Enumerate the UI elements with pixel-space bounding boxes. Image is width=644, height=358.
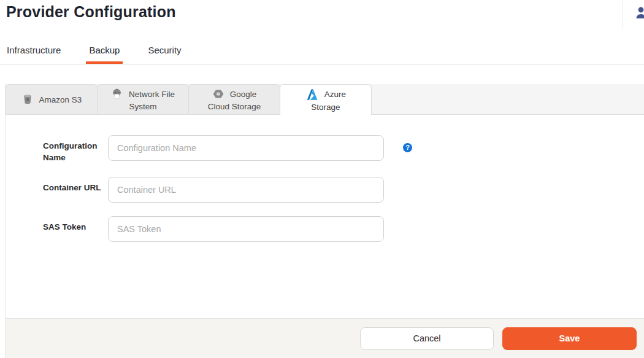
provider-tab-label: Amazon S3: [39, 95, 82, 104]
main-nav: Infrastructure Backup Security: [0, 41, 644, 64]
save-button[interactable]: Save: [502, 327, 637, 350]
globe-file-icon: [111, 88, 123, 100]
gcs-hexagon-icon: [212, 88, 224, 100]
provider-panel: Amazon S3 Network File System: [5, 84, 644, 358]
provider-tab-label-line2: System: [98, 102, 188, 111]
tab-amazon-s3[interactable]: Amazon S3: [6, 84, 98, 114]
provider-tab-label: Azure: [324, 90, 346, 99]
configuration-name-row: Configuration Name ?: [43, 135, 644, 163]
s3-bucket-icon: [21, 93, 34, 106]
help-icon[interactable]: ?: [403, 143, 412, 152]
container-url-input[interactable]: [108, 177, 384, 203]
sas-token-label: SAS Token: [43, 216, 102, 233]
provider-tab-label: Network File: [129, 90, 175, 99]
page-title: Provider Configuration: [6, 3, 176, 21]
person-icon: [634, 6, 644, 20]
user-menu[interactable]: [623, 0, 644, 29]
container-url-label: Container URL: [43, 177, 102, 193]
provider-tabs: Amazon S3 Network File System: [6, 84, 644, 115]
action-bar: Cancel Save: [6, 318, 644, 358]
tab-azure-storage[interactable]: Azure Storage: [280, 84, 372, 115]
provider-tab-label-line2: Storage: [280, 103, 371, 112]
header: Provider Configuration: [0, 0, 644, 29]
container-url-row: Container URL: [43, 177, 644, 203]
provider-form: Configuration Name ? Container URL SAS T…: [6, 115, 644, 318]
tab-infrastructure[interactable]: Infrastructure: [4, 41, 64, 64]
cancel-button[interactable]: Cancel: [360, 327, 494, 350]
provider-tab-label-line2: Cloud Storage: [189, 102, 280, 111]
sas-token-input[interactable]: [108, 216, 384, 242]
tab-google-cloud-storage[interactable]: Google Cloud Storage: [188, 84, 280, 114]
provider-tab-label: Google: [230, 90, 257, 99]
azure-icon: [305, 88, 319, 101]
tab-security[interactable]: Security: [145, 41, 184, 64]
configuration-name-input[interactable]: [108, 135, 384, 161]
tab-backup[interactable]: Backup: [86, 41, 123, 64]
tab-network-file-system[interactable]: Network File System: [97, 84, 189, 114]
sas-token-row: SAS Token: [43, 216, 644, 242]
configuration-name-label: Configuration Name: [43, 135, 102, 163]
